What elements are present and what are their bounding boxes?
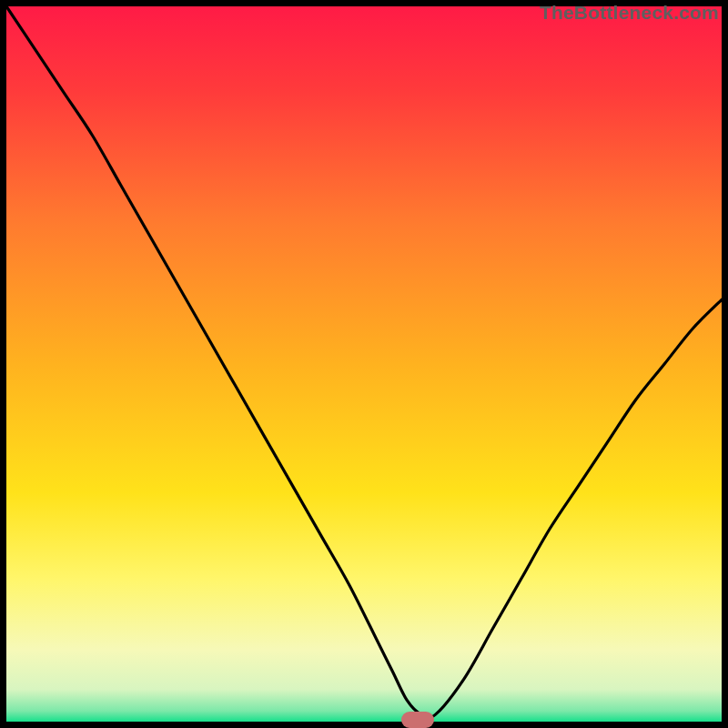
curve-layer [6, 6, 722, 722]
bottleneck-curve [6, 6, 722, 718]
chart-frame: TheBottleneck.com [0, 0, 728, 728]
optimal-marker [401, 712, 433, 728]
watermark-label: TheBottleneck.com [540, 2, 719, 24]
